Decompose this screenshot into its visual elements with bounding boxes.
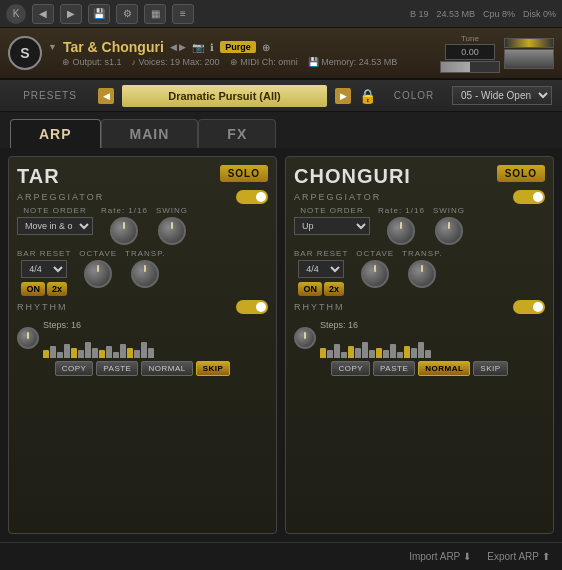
chonguri-rhythm-bar[interactable] xyxy=(425,350,431,358)
tar-octave-knob[interactable] xyxy=(84,260,112,288)
chonguri-octave-knob[interactable] xyxy=(361,260,389,288)
tar-rhythm-toggle[interactable] xyxy=(236,300,268,314)
chonguri-octave-label: OCTAVE xyxy=(356,249,394,258)
chonguri-skip-btn[interactable]: SKIP xyxy=(473,361,507,376)
chonguri-bar-reset-select[interactable]: 4/4 xyxy=(298,260,344,278)
preset-next-btn[interactable]: ▶ xyxy=(335,88,351,104)
chonguri-rhythm-bar[interactable] xyxy=(397,352,403,358)
chonguri-transp-knob[interactable] xyxy=(408,260,436,288)
chonguri-rhythm-knob[interactable] xyxy=(294,327,316,349)
tar-transp-knob[interactable] xyxy=(131,260,159,288)
tar-bar-reset-select[interactable]: 4/4 xyxy=(21,260,67,278)
chonguri-rhythm-bar[interactable] xyxy=(320,348,326,358)
chonguri-arp-toggle[interactable] xyxy=(513,190,545,204)
chonguri-rhythm-bar[interactable] xyxy=(376,348,382,358)
export-arp-btn[interactable]: Export ARP ⬆ xyxy=(487,551,550,562)
tar-rate-knob[interactable] xyxy=(110,217,138,245)
chonguri-rhythm-bar[interactable] xyxy=(362,342,368,358)
chonguri-octave-group: OCTAVE xyxy=(356,249,394,288)
tar-x2-btn[interactable]: 2x xyxy=(47,282,67,296)
tar-rhythm-bar[interactable] xyxy=(85,342,91,358)
save-btn[interactable]: 💾 xyxy=(88,4,110,24)
tar-rhythm-bar[interactable] xyxy=(64,344,70,358)
tar-rhythm-bar[interactable] xyxy=(50,346,56,358)
tar-rhythm-bar[interactable] xyxy=(127,348,133,358)
chonguri-rhythm-toggle[interactable] xyxy=(513,300,545,314)
chonguri-rhythm-bar[interactable] xyxy=(383,350,389,358)
chonguri-copy-btn[interactable]: COPY xyxy=(331,361,370,376)
chonguri-swing-knob[interactable] xyxy=(435,217,463,245)
chonguri-rhythm-bar[interactable] xyxy=(404,346,410,358)
tar-panel: TAR SOLO ARPEGGIATOR NOTE ORDER Move in … xyxy=(8,156,277,534)
tar-rhythm-bar[interactable] xyxy=(141,342,147,358)
midi-icon[interactable]: ⊕ xyxy=(262,42,270,53)
tab-fx[interactable]: FX xyxy=(198,119,276,148)
tune-slider[interactable] xyxy=(440,61,500,73)
chonguri-rhythm-bar[interactable] xyxy=(418,342,424,358)
chonguri-x2-btn[interactable]: 2x xyxy=(324,282,344,296)
nav-prev-btn[interactable]: ◀ xyxy=(32,4,54,24)
settings-btn[interactable]: ⚙ xyxy=(116,4,138,24)
chonguri-rhythm-bar[interactable] xyxy=(369,350,375,358)
import-icon: ⬇ xyxy=(463,551,471,562)
view-btn[interactable]: ▦ xyxy=(144,4,166,24)
tar-normal-btn[interactable]: NORMAL xyxy=(141,361,192,376)
chonguri-rhythm-bar[interactable] xyxy=(390,344,396,358)
tar-paste-btn[interactable]: PASTE xyxy=(96,361,138,376)
chonguri-rhythm-bar[interactable] xyxy=(334,344,340,358)
chonguri-steps-label: Steps: 16 xyxy=(320,320,358,330)
chonguri-note-order-select[interactable]: Up xyxy=(294,217,370,235)
tar-copy-btn[interactable]: COPY xyxy=(55,361,94,376)
chonguri-paste-btn[interactable]: PASTE xyxy=(373,361,415,376)
tar-rhythm-bar[interactable] xyxy=(113,352,119,358)
tar-steps-label: Steps: 16 xyxy=(43,320,81,330)
chonguri-rate-knob[interactable] xyxy=(387,217,415,245)
chonguri-on-btn[interactable]: ON xyxy=(298,282,322,296)
tar-rhythm-bar[interactable] xyxy=(57,352,63,358)
tar-rhythm-bar[interactable] xyxy=(92,348,98,358)
tar-on-btn[interactable]: ON xyxy=(21,282,45,296)
purge-btn[interactable]: Purge xyxy=(220,41,256,53)
tar-note-order-select[interactable]: Move in & out xyxy=(17,217,93,235)
color-select[interactable]: 05 - Wide Open xyxy=(452,86,552,105)
tar-arp-toggle[interactable] xyxy=(236,190,268,204)
rack-btn[interactable]: ≡ xyxy=(172,4,194,24)
voice-count: B 19 xyxy=(410,9,429,19)
chonguri-rhythm-bar[interactable] xyxy=(411,348,417,358)
tar-swing-knob[interactable] xyxy=(158,217,186,245)
tar-rhythm-knob[interactable] xyxy=(17,327,39,349)
tar-rhythm-bar[interactable] xyxy=(134,350,140,358)
chonguri-rhythm-bar[interactable] xyxy=(341,352,347,358)
nav-next-btn[interactable]: ▶ xyxy=(60,4,82,24)
preset-display[interactable]: Dramatic Pursuit (All) xyxy=(122,85,327,107)
plugin-name: Tar & Chonguri xyxy=(63,39,164,55)
tune-controls: Tune 0.00 xyxy=(440,34,554,73)
chonguri-solo-btn[interactable]: SOLO xyxy=(497,165,545,182)
chonguri-normal-btn[interactable]: NORMAL xyxy=(418,361,470,376)
tar-rhythm-bar[interactable] xyxy=(78,350,84,358)
camera-icon[interactable]: 📷 xyxy=(192,42,204,53)
tar-rhythm-label: RHYTHM xyxy=(17,302,68,312)
tar-note-order-group: NOTE ORDER Move in & out xyxy=(17,206,93,235)
preset-prev-btn[interactable]: ◀ xyxy=(98,88,114,104)
lock-icon[interactable]: 🔒 xyxy=(359,88,376,104)
chonguri-rhythm-bar[interactable] xyxy=(355,348,361,358)
tab-main[interactable]: MAIN xyxy=(101,119,199,148)
tar-rhythm-bar[interactable] xyxy=(99,350,105,358)
info-icon[interactable]: ℹ xyxy=(210,42,214,53)
voices-label: ♪ Voices: 19 Max: 200 xyxy=(132,57,220,67)
tar-rhythm-bar[interactable] xyxy=(106,346,112,358)
chonguri-rhythm-bar[interactable] xyxy=(348,346,354,358)
tar-transp-label: TRANSP. xyxy=(125,249,166,258)
tar-rhythm-bar[interactable] xyxy=(43,350,49,358)
tar-solo-btn[interactable]: SOLO xyxy=(220,165,268,182)
tar-rhythm-bar[interactable] xyxy=(120,344,126,358)
import-arp-btn[interactable]: Import ARP ⬇ xyxy=(409,551,471,562)
tar-rhythm-bar[interactable] xyxy=(148,348,154,358)
presets-label: PRESETS xyxy=(10,90,90,101)
kontakt-icon: K xyxy=(6,4,26,24)
chonguri-rhythm-bar[interactable] xyxy=(327,350,333,358)
tab-arp[interactable]: ARP xyxy=(10,119,101,148)
tar-rhythm-bar[interactable] xyxy=(71,348,77,358)
tar-skip-btn[interactable]: SKIP xyxy=(196,361,231,376)
